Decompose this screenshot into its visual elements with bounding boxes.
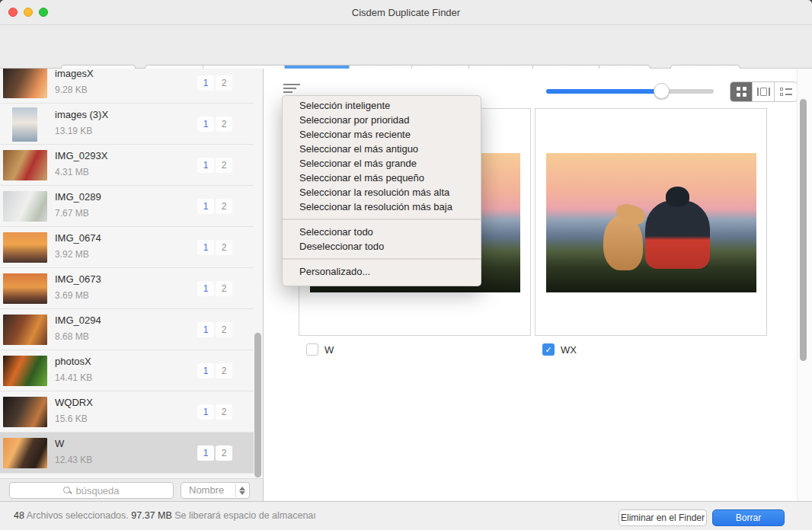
file-name: IMG_0289: [55, 191, 101, 203]
thumbnail-image: [12, 107, 37, 142]
sidebar-footer: búsqueda Nombre: [0, 478, 263, 501]
list-item[interactable]: IMG_0289 7.67 MB 1 2: [0, 186, 254, 227]
thumbnail-image: [3, 438, 47, 468]
copy-badges: 1 2: [197, 75, 232, 91]
menu-item-oldest[interactable]: Seleccionar el más antiguo: [283, 142, 481, 156]
file-size: 15.6 KB: [55, 413, 88, 424]
sort-select[interactable]: Nombre: [181, 482, 250, 499]
menu-item-largest[interactable]: Seleccionar el más grande: [283, 156, 481, 171]
file-name: IMG_0294: [55, 314, 101, 326]
badge-2[interactable]: 2: [216, 240, 232, 255]
file-size: 13.19 KB: [55, 126, 92, 136]
list-view-button[interactable]: [775, 82, 797, 101]
thumbnail-image: [3, 191, 47, 222]
file-size: 9.28 KB: [55, 85, 88, 95]
badge-1[interactable]: 1: [197, 404, 214, 420]
copy-badges: 1 2: [197, 322, 232, 337]
badge-2[interactable]: 2: [216, 158, 232, 173]
select-menu-button[interactable]: [283, 84, 302, 96]
thumbnail-image: [3, 273, 47, 304]
app-window: Cisdem Duplicate Finder < Atrás Resumen …: [0, 0, 812, 530]
stepper-icon[interactable]: [235, 484, 248, 497]
menu-item-smart[interactable]: Selección inteligente: [283, 98, 481, 113]
menu-item-deselect-all[interactable]: Deseleccionar todo: [283, 239, 481, 254]
badge-1[interactable]: 1: [197, 445, 214, 461]
badge-2[interactable]: 2: [216, 322, 232, 337]
remove-in-finder-button[interactable]: Eliminar en el Finder: [619, 509, 707, 526]
list-item[interactable]: photosX 14.41 KB 1 2: [0, 350, 254, 391]
menu-item-priority[interactable]: Seleccionar por prioridad: [283, 113, 481, 127]
badge-2[interactable]: 2: [216, 199, 232, 214]
badge-2[interactable]: 2: [216, 363, 232, 378]
menu-item-select-all[interactable]: Seleccionar todo: [283, 225, 481, 239]
list-item[interactable]: IMG_0294 8.68 MB 1 2: [0, 309, 254, 350]
menu-separator: [283, 258, 481, 260]
duplicate-card-wx[interactable]: [535, 108, 767, 336]
file-name: WQDRX: [55, 397, 93, 408]
badge-2[interactable]: 2: [216, 445, 232, 461]
menu-item-custom[interactable]: Personalizado...: [283, 264, 481, 279]
selection-menu: Selección inteligente Seleccionar por pr…: [282, 95, 481, 286]
badge-1[interactable]: 1: [197, 117, 214, 132]
compare-icon: [757, 88, 770, 96]
slider-fill: [546, 89, 662, 94]
file-name: IMG_0673: [55, 273, 101, 285]
delete-button[interactable]: Borrar: [712, 509, 785, 526]
selected-size: 97.37 MB: [131, 510, 172, 521]
file-name: photosX: [55, 356, 91, 367]
badge-2[interactable]: 2: [216, 75, 232, 91]
copy-badges: 1 2: [197, 117, 232, 132]
list-item[interactable]: IMG_0673 3.69 MB 1 2: [0, 268, 254, 309]
menu-item-newest[interactable]: Seleccionar más reciente: [283, 127, 481, 142]
list-item[interactable]: imagesX 9.28 KB 1 2: [0, 69, 254, 104]
menu-separator: [283, 219, 481, 220]
badge-2[interactable]: 2: [216, 404, 232, 420]
card-checkbox-row: ✓ WX: [542, 343, 577, 356]
list-item[interactable]: IMG_0674 3.92 MB 1 2: [0, 227, 254, 268]
copy-badges: 1 2: [197, 240, 232, 255]
file-size: 7.67 MB: [55, 208, 89, 219]
file-size: 8.68 MB: [55, 331, 89, 342]
copy-badges: 1 2: [197, 158, 232, 173]
list-item[interactable]: WQDRX 15.6 KB 1 2: [0, 391, 254, 433]
badge-1[interactable]: 1: [197, 363, 214, 378]
selected-count: 48: [14, 510, 24, 521]
file-name: IMG_0293X: [55, 150, 107, 161]
file-size: 12.43 KB: [55, 455, 92, 465]
badge-1[interactable]: 1: [197, 199, 214, 214]
badge-2[interactable]: 2: [216, 117, 232, 132]
menu-item-lowres[interactable]: Seleccionar la resolución más baja: [283, 200, 481, 214]
checkbox-unchecked[interactable]: [306, 343, 318, 356]
slider-handle[interactable]: [654, 83, 670, 99]
thumbnail-size-slider[interactable]: [546, 89, 714, 94]
checkbox-checked[interactable]: ✓: [542, 343, 555, 356]
menu-item-smallest[interactable]: Seleccionar el más pequeño: [283, 171, 481, 185]
list-item-selected[interactable]: W 12.43 KB 1 2: [0, 433, 254, 474]
toolbar: < Atrás Resumen Todos Documento Imágen M…: [0, 25, 812, 69]
badge-1[interactable]: 1: [197, 322, 214, 337]
list-icon: [780, 88, 792, 96]
selection-status: 48 Archivos seleccionados. 97.37 MB Se l…: [14, 510, 316, 521]
file-name: IMG_0674: [55, 232, 101, 244]
file-size: 4.31 MB: [55, 167, 89, 177]
sidebar-scrollbar[interactable]: [254, 333, 261, 477]
grid-view-button[interactable]: [730, 82, 753, 101]
menu-item-highres[interactable]: Seleccionar la resolución más alta: [283, 185, 481, 200]
thumbnail-image: [3, 356, 47, 386]
badge-1[interactable]: 1: [197, 240, 214, 255]
list-item[interactable]: IMG_0293X 4.31 MB 1 2: [0, 145, 254, 186]
thumbnail-image: [3, 69, 47, 98]
content-scroll-track[interactable]: [797, 69, 812, 501]
thumbnail-image: [3, 150, 47, 180]
compare-view-button[interactable]: [753, 82, 775, 101]
badge-1[interactable]: 1: [197, 281, 214, 296]
content-scrollbar[interactable]: [800, 99, 807, 361]
badge-2[interactable]: 2: [216, 281, 232, 296]
search-input[interactable]: búsqueda: [9, 482, 174, 499]
list-item[interactable]: images (3)X 13.19 KB 1 2: [0, 104, 254, 145]
photo-preview: [546, 153, 756, 292]
copy-badges: 1 2: [197, 445, 232, 461]
status-bar: 48 Archivos seleccionados. 97.37 MB Se l…: [0, 501, 812, 530]
badge-1[interactable]: 1: [197, 158, 214, 173]
badge-1[interactable]: 1: [197, 75, 214, 91]
